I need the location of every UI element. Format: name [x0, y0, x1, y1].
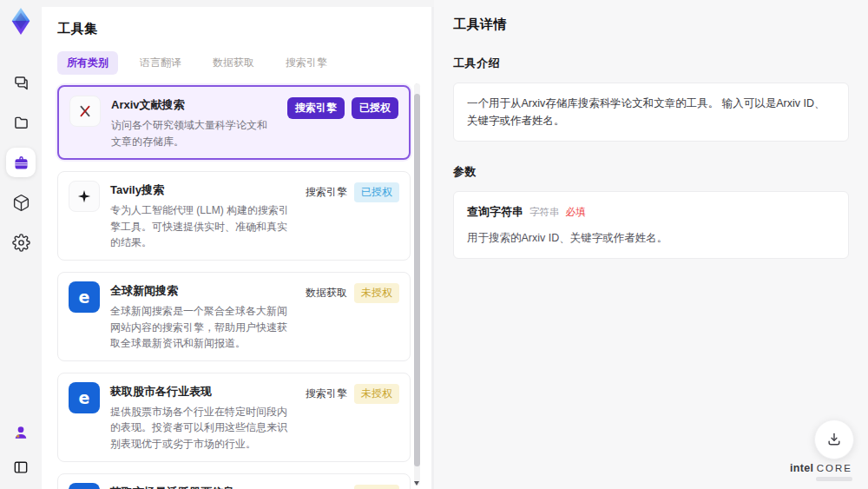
tool-description: 访问各个研究领域大量科学论文和文章的存储库。 — [111, 117, 272, 149]
category-label: 搜索引擎 — [306, 485, 347, 489]
package-icon[interactable] — [6, 188, 36, 217]
app-logo-gem-icon — [7, 7, 35, 40]
param-name: 查询字符串 — [467, 203, 523, 221]
tool-name: 全球新闻搜索 — [110, 283, 290, 299]
auth-status-badge: 已授权 — [352, 97, 398, 119]
tab-data-fetch[interactable]: 数据获取 — [203, 51, 264, 75]
tool-description: 专为人工智能代理 (LLM) 构建的搜索引擎工具。可快速提供实时、准确和真实的结… — [110, 202, 290, 251]
tool-card-tavily[interactable]: Tavily搜索 专为人工智能代理 (LLM) 构建的搜索引擎工具。可快速提供实… — [57, 171, 411, 261]
tool-name: Tavily搜索 — [110, 182, 290, 198]
tab-all-categories[interactable]: 所有类别 — [57, 51, 118, 75]
intro-card: 一个用于从Arxiv存储库搜索科学论文和文章的工具。 输入可以是Arxiv ID… — [453, 83, 849, 142]
arxiv-x-icon — [69, 96, 101, 127]
param-type: 字符串 — [529, 204, 560, 220]
chat-icon[interactable] — [6, 68, 36, 97]
tab-language-translation[interactable]: 语言翻译 — [130, 51, 191, 75]
folder-icon[interactable] — [6, 108, 36, 137]
download-icon — [825, 431, 843, 448]
panel-toggle-icon[interactable] — [6, 453, 36, 482]
user-avatar-icon[interactable] — [6, 418, 36, 447]
category-label: 数据获取 — [306, 283, 347, 301]
auth-status-badge: 未授权 — [354, 485, 399, 489]
auth-status-badge: 未授权 — [354, 384, 399, 404]
tool-card-active-stocks[interactable]: e 获取市场最活跃股票信息 提供当天交易量最高的股票列表，投资者可以利用这些信息… — [57, 473, 411, 489]
tool-description: 全球新闻搜索是一个聚合全球各大新闻网站内容的搜索引擎，帮助用户快速获取全球最新资… — [110, 303, 290, 352]
param-card: 查询字符串 字符串 必填 用于搜索的Arxiv ID、关键字或作者姓名。 — [453, 191, 849, 259]
tool-card-global-news[interactable]: e 全球新闻搜索 全球新闻搜索是一个聚合全球各大新闻网站内容的搜索引擎，帮助用户… — [57, 272, 411, 361]
sidebar-rail — [0, 0, 42, 489]
brand-core: CORE — [817, 463, 852, 473]
tool-list: Arxiv文献搜索 访问各个研究领域大量科学论文和文章的存储库。 搜索引擎 已授… — [57, 85, 411, 489]
param-required-flag: 必填 — [566, 204, 586, 220]
intro-heading: 工具介绍 — [453, 56, 849, 71]
category-tabs: 所有类别 语言翻译 数据获取 搜索引擎 — [57, 51, 411, 75]
tool-card-arxiv[interactable]: Arxiv文献搜索 访问各个研究领域大量科学论文和文章的存储库。 搜索引擎 已授… — [57, 85, 411, 160]
page-title: 工具集 — [57, 21, 411, 37]
finance-app-icon: e — [69, 483, 100, 489]
brand-decoration-bar — [816, 477, 852, 481]
tool-name: Arxiv文献搜索 — [111, 97, 272, 113]
list-scrollbar — [414, 83, 420, 486]
toolbox-icon[interactable] — [6, 148, 36, 177]
tool-name: 获取市场最活跃股票信息 — [110, 485, 290, 489]
scrollbar-thumb[interactable] — [414, 94, 420, 466]
finance-app-icon: e — [69, 382, 100, 413]
sidebar-nav — [6, 68, 36, 257]
category-label: 搜索引擎 — [306, 384, 347, 401]
auth-status-badge: 已授权 — [354, 182, 399, 202]
scroll-down-arrow-icon[interactable] — [414, 481, 419, 486]
news-app-icon: e — [69, 281, 100, 313]
tab-search-engine[interactable]: 搜索引擎 — [276, 51, 337, 75]
brand-intel: intel — [790, 462, 813, 474]
tool-list-panel: 工具集 所有类别 语言翻译 数据获取 搜索引擎 Arxiv文献搜索 访问各个研究… — [42, 7, 434, 489]
tool-description: 提供股票市场各个行业在特定时间段内的表现。投资者可以利用这些信息来识别表现优于或… — [110, 404, 290, 453]
tool-detail-panel: 工具详情 工具介绍 一个用于从Arxiv存储库搜索科学论文和文章的工具。 输入可… — [434, 0, 868, 489]
sidebar-bottom — [6, 418, 36, 482]
settings-gear-icon[interactable] — [6, 228, 36, 257]
params-heading: 参数 — [453, 164, 849, 180]
auth-status-badge: 未授权 — [354, 283, 399, 303]
tavily-star-icon — [69, 181, 100, 212]
tool-card-stock-sectors[interactable]: e 获取股市各行业表现 提供股票市场各个行业在特定时间段内的表现。投资者可以利用… — [57, 373, 411, 462]
download-button[interactable] — [814, 420, 854, 459]
category-badge: 搜索引擎 — [287, 97, 345, 119]
intel-core-logo: intel CORE — [790, 463, 852, 482]
detail-title: 工具详情 — [453, 17, 849, 33]
category-label: 搜索引擎 — [306, 182, 347, 200]
tool-name: 获取股市各行业表现 — [110, 384, 290, 400]
param-description: 用于搜索的Arxiv ID、关键字或作者姓名。 — [467, 229, 835, 247]
